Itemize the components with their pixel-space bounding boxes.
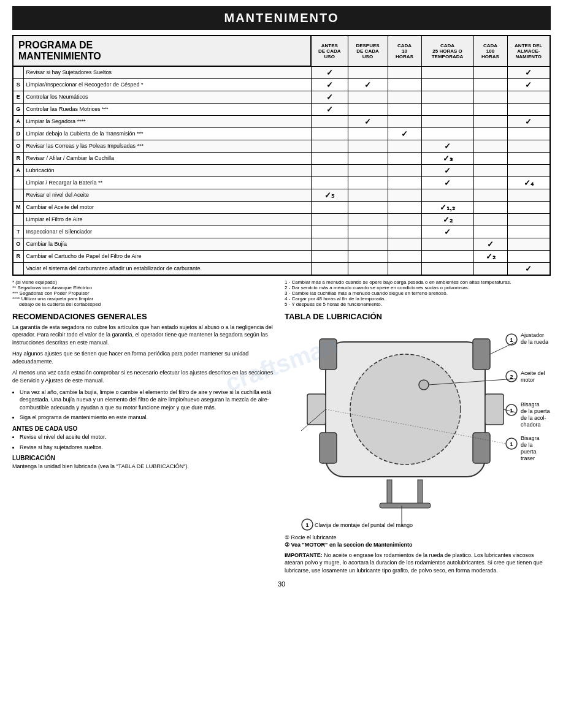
col-header-4: CADA25 HORAS OTEMPORADA bbox=[421, 36, 473, 66]
row-check bbox=[507, 201, 550, 213]
row-check bbox=[348, 140, 388, 152]
col-header-6: ANTES DELALMACE-NAMIENTO bbox=[507, 36, 550, 66]
row-check: ✓ bbox=[311, 66, 348, 78]
row-check bbox=[473, 226, 507, 238]
page: MANTENIMENTO PROGRAMA DE MANTENIMIENTO A… bbox=[0, 0, 563, 728]
table-row: Revisar si hay Sujetadores Sueltos✓✓ bbox=[13, 66, 550, 78]
right-column: TABLA DE LUBRICACIÓN bbox=[285, 312, 551, 575]
recomendaciones-bullets: Una vez al año, cambie la bujía, limpie … bbox=[12, 389, 278, 422]
svg-point-12 bbox=[419, 380, 429, 390]
svg-rect-4 bbox=[473, 339, 490, 370]
row-task: Revisar las Correas y las Poleas Impulsa… bbox=[23, 140, 311, 152]
row-check bbox=[421, 189, 473, 201]
svg-text:de la puerta: de la puerta bbox=[521, 408, 550, 414]
bullet-2: Siga el programa de mantenimiento en est… bbox=[20, 414, 278, 422]
row-check bbox=[388, 238, 421, 250]
row-check: ✓ bbox=[507, 115, 550, 127]
recomendaciones-para2: Hay algunos ajustes que se tienen que ha… bbox=[12, 350, 278, 365]
row-check: ✓₂ bbox=[473, 250, 507, 262]
row-check bbox=[507, 140, 550, 152]
svg-rect-5 bbox=[320, 433, 337, 463]
row-letter: R bbox=[13, 250, 23, 262]
row-letter: M bbox=[13, 201, 23, 213]
svg-text:1: 1 bbox=[510, 337, 513, 343]
lub-note-2: ② Vea "MOTOR" en la seccion de Mantenimi… bbox=[285, 542, 551, 548]
lower-section: RECOMENDACIONES GENERALES La garantía de… bbox=[12, 312, 551, 575]
row-check bbox=[311, 140, 348, 152]
row-check bbox=[348, 238, 388, 250]
row-check: ✓ bbox=[388, 127, 421, 140]
row-task: Revisar si hay Sujetadores Sueltos bbox=[23, 66, 311, 78]
row-check bbox=[388, 140, 421, 152]
row-check bbox=[388, 78, 421, 91]
col-header-1: ANTESDE CADAUSO bbox=[311, 36, 348, 66]
row-check bbox=[388, 152, 421, 164]
table-row: EControlar los Neumáticos✓ bbox=[13, 91, 550, 103]
row-check bbox=[473, 164, 507, 176]
lubricacion-title: LUBRICACIÓN bbox=[12, 455, 278, 461]
svg-text:Bisagra: Bisagra bbox=[521, 435, 540, 441]
row-check: ✓ bbox=[348, 78, 388, 91]
lub-note-1: ① Rocie el lubricante bbox=[285, 534, 551, 540]
row-check bbox=[421, 103, 473, 115]
svg-rect-6 bbox=[473, 433, 490, 463]
row-check bbox=[311, 238, 348, 250]
row-task: Revisar / Afilar / Cambiar la Cuchilla bbox=[23, 152, 311, 164]
row-letter: T bbox=[13, 226, 23, 238]
row-task: Cambiar el Cartucho de Papel del Filtro … bbox=[23, 250, 311, 262]
row-check bbox=[473, 127, 507, 140]
svg-text:traser: traser bbox=[521, 455, 535, 461]
footnotes-right: 1 - Cambiar más a menudo cuando se opere… bbox=[285, 279, 551, 307]
table-row: GControlar las Ruedas Motrices ***✓ bbox=[13, 103, 550, 115]
table-row: RRevisar / Afilar / Cambiar la Cuchilla✓… bbox=[13, 152, 550, 164]
row-check bbox=[348, 201, 388, 213]
row-check: ✓₃ bbox=[421, 152, 473, 164]
maintenance-table: PROGRAMA DE MANTENIMIENTO ANTESDE CADAUS… bbox=[12, 35, 551, 276]
row-check bbox=[388, 103, 421, 115]
svg-rect-3 bbox=[320, 339, 337, 370]
row-task: Lubricación bbox=[23, 164, 311, 176]
row-check bbox=[311, 152, 348, 164]
svg-text:chadora: chadora bbox=[521, 422, 541, 428]
row-check bbox=[311, 226, 348, 238]
row-letter bbox=[13, 189, 23, 201]
row-check bbox=[421, 91, 473, 103]
row-check bbox=[473, 152, 507, 164]
row-letter: O bbox=[13, 238, 23, 250]
table-row: Revisar el nivel del Aceite✓₅ bbox=[13, 189, 550, 201]
row-check bbox=[421, 250, 473, 262]
row-check bbox=[421, 115, 473, 127]
row-check bbox=[473, 140, 507, 152]
row-check bbox=[507, 164, 550, 176]
row-check bbox=[388, 250, 421, 262]
left-column: RECOMENDACIONES GENERALES La garantía de… bbox=[12, 312, 278, 575]
main-title: MANTENIMENTO bbox=[12, 6, 551, 30]
row-task: Controlar las Ruedas Motrices *** bbox=[23, 103, 311, 115]
row-check: ✓ bbox=[421, 164, 473, 176]
table-row: ALimpiar la Segadora ****✓✓ bbox=[13, 115, 550, 127]
row-check bbox=[348, 103, 388, 115]
row-check bbox=[507, 250, 550, 262]
table-row: MCambiar el Aceite del motor✓₁,₂ bbox=[13, 201, 550, 213]
row-letter: S bbox=[13, 78, 23, 91]
row-check bbox=[348, 213, 388, 226]
svg-text:motor: motor bbox=[521, 377, 535, 383]
row-check bbox=[388, 66, 421, 78]
svg-text:1: 1 bbox=[305, 522, 308, 528]
antes-bullets: Revise el nivel del aceite del motor. Re… bbox=[12, 433, 278, 451]
row-check bbox=[388, 201, 421, 213]
recomendaciones-para3: Al menos una vez cada estación comprobar… bbox=[12, 369, 278, 384]
table-row: ALubricación✓ bbox=[13, 164, 550, 176]
row-check bbox=[473, 201, 507, 213]
row-task: Cambiar la Bujía bbox=[23, 238, 311, 250]
svg-text:1: 1 bbox=[510, 408, 513, 414]
row-letter bbox=[13, 176, 23, 189]
row-check bbox=[311, 164, 348, 176]
row-letter bbox=[13, 262, 23, 275]
row-task: Cambiar el Aceite del motor bbox=[23, 201, 311, 213]
row-check: ✓ bbox=[421, 226, 473, 238]
recomendaciones-para1: La garantía de esta segadora no cubre lo… bbox=[12, 324, 278, 347]
svg-text:Bisagra: Bisagra bbox=[521, 401, 540, 408]
row-check bbox=[421, 127, 473, 140]
row-check: ✓ bbox=[507, 262, 550, 275]
